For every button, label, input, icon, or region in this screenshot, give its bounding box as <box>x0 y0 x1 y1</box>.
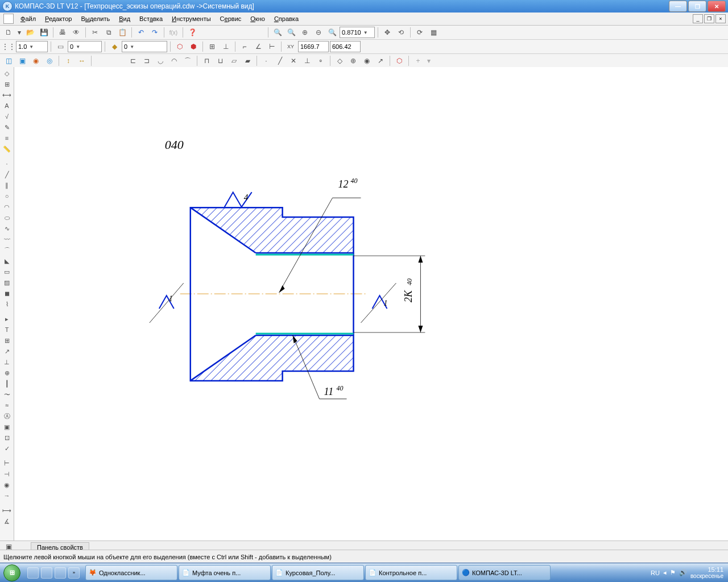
snap-7[interactable]: ⊕ <box>347 55 359 67</box>
tool-break[interactable]: ≈ <box>1 400 13 410</box>
snap-toggle-1[interactable]: ⬡ <box>173 40 186 53</box>
tool-tol[interactable]: ⊡ <box>1 433 13 443</box>
edit-btn-7[interactable]: ⊔ <box>214 55 226 67</box>
tool-fillet[interactable]: ⌒ <box>1 245 13 255</box>
palette-geometry[interactable]: ◇ <box>1 68 13 78</box>
menu-file[interactable]: Файл <box>16 14 40 23</box>
constr-btn-1[interactable]: ↕ <box>62 55 75 67</box>
view-btn-2[interactable]: ▣ <box>16 55 28 67</box>
tool-ellipse[interactable]: ⬭ <box>1 213 13 223</box>
redo-button[interactable]: ↷ <box>148 26 161 39</box>
menu-editor[interactable]: Редактор <box>40 14 76 23</box>
zoom-realtime-button[interactable]: 🔍 <box>326 26 338 39</box>
tool-wave[interactable]: 〜 <box>1 389 13 400</box>
zoom-fit-button[interactable]: 🔍 <box>271 26 284 39</box>
tool-circle[interactable]: ○ <box>1 191 13 201</box>
edit-btn-1[interactable]: ⊏ <box>127 55 139 67</box>
snap-2[interactable]: ╱ <box>274 55 286 67</box>
edit-btn-6[interactable]: ⊓ <box>200 55 213 67</box>
ql-icon-3[interactable] <box>55 567 66 579</box>
menu-service[interactable]: Сервис <box>216 14 246 23</box>
tool-spline[interactable]: ∿ <box>1 223 13 234</box>
snap-1[interactable]: · <box>260 55 272 67</box>
tool-chamfer[interactable]: ◣ <box>1 256 13 266</box>
edit-btn-2[interactable]: ⊐ <box>140 55 153 67</box>
ql-icon-1[interactable] <box>27 567 39 579</box>
tool-leader[interactable]: ↗ <box>1 346 13 356</box>
snap-9[interactable]: ↗ <box>374 55 387 67</box>
lang-indicator[interactable]: RU <box>651 569 660 576</box>
view-btn-3[interactable]: ◉ <box>30 55 42 67</box>
palette-dim[interactable]: ⟷ <box>1 90 13 100</box>
snap-plus-dd[interactable]: ▾ <box>425 55 432 67</box>
cut-button[interactable]: ✂ <box>89 26 101 39</box>
tool-datum[interactable]: ▣ <box>1 422 13 432</box>
tool-rect[interactable]: ▭ <box>1 267 13 277</box>
save-button[interactable]: 💾 <box>38 26 50 39</box>
tool-region[interactable]: ◼ <box>1 288 13 298</box>
layer-combo[interactable]: 0▼ <box>122 41 167 52</box>
tool-baseline[interactable]: ⊥ <box>1 357 13 367</box>
snap-toggle-2[interactable]: ⬢ <box>187 40 200 53</box>
task-4[interactable]: 📄Контрольное п... <box>365 565 457 580</box>
tool-section[interactable]: ⊢ <box>1 458 13 468</box>
palette-rough[interactable]: √ <box>1 111 13 122</box>
x-coord-input[interactable]: 1669.7 <box>298 41 329 52</box>
tool-dim-lin[interactable]: ⟼ <box>1 505 13 516</box>
document-icon[interactable] <box>3 14 14 24</box>
drawing-canvas[interactable]: 040 <box>14 67 728 541</box>
task-2[interactable]: 📄Муфта очень п... <box>179 565 271 580</box>
task-3[interactable]: 📄Курсовая_Полу... <box>272 565 364 580</box>
tool-more-1[interactable]: ▸ <box>1 314 13 324</box>
tool-arrow[interactable]: → <box>1 490 13 501</box>
tool-point[interactable]: · <box>1 159 13 169</box>
ql-icon-4[interactable]: » <box>68 567 80 579</box>
style-combo[interactable]: 0▼ <box>68 41 102 52</box>
palette-measure[interactable]: 📏 <box>1 144 13 154</box>
zoom-combo[interactable]: 0.8710▼ <box>340 27 375 38</box>
fx-button[interactable]: f(x) <box>167 26 180 39</box>
orbit-button[interactable]: ⟲ <box>395 26 407 39</box>
tool-center[interactable]: ⊕ <box>1 368 13 378</box>
tool-parallel[interactable]: ∥ <box>1 180 13 190</box>
tool-view[interactable]: ⊣ <box>1 469 13 479</box>
menu-tools[interactable]: Инструменты <box>167 14 216 23</box>
y-coord-input[interactable]: 606.42 <box>330 41 361 52</box>
copy-button[interactable]: ⧉ <box>102 26 115 39</box>
edit-btn-5[interactable]: ⌒ <box>181 55 194 67</box>
tool-hatch[interactable]: ▨ <box>1 277 13 288</box>
tool-bezier[interactable]: 〰 <box>1 234 13 244</box>
mdi-close-button[interactable]: × <box>715 14 726 23</box>
tool-detail[interactable]: ◉ <box>1 480 13 490</box>
step-combo[interactable]: 1.0▼ <box>16 41 48 52</box>
menu-window[interactable]: Окно <box>246 14 270 23</box>
edit-btn-3[interactable]: ◡ <box>154 55 167 67</box>
edit-btn-4[interactable]: ◠ <box>168 55 180 67</box>
snap-3[interactable]: ✕ <box>287 55 300 67</box>
palette-param[interactable]: ≡ <box>1 133 13 143</box>
views-button[interactable]: ▦ <box>427 26 440 39</box>
minimize-button[interactable]: — <box>669 1 687 12</box>
snap-magnet[interactable]: ⬡ <box>393 55 406 67</box>
snap-4[interactable]: ⊥ <box>301 55 313 67</box>
refresh-button[interactable]: ⟳ <box>413 26 426 39</box>
menu-help[interactable]: Справка <box>270 14 303 23</box>
preview-button[interactable]: 👁 <box>70 26 82 39</box>
grid-button[interactable]: ⊞ <box>206 40 218 53</box>
zoom-window-button[interactable]: 🔍 <box>285 26 297 39</box>
lcs-button[interactable]: ⌐ <box>238 40 251 53</box>
new-dropdown[interactable]: ▾ <box>16 26 23 39</box>
palette-edit[interactable]: ✎ <box>1 122 13 132</box>
clock[interactable]: 15:11 воскресенье <box>690 566 723 579</box>
edit-btn-8[interactable]: ▱ <box>228 55 240 67</box>
tool-table[interactable]: ⊞ <box>1 335 13 346</box>
print-button[interactable]: 🖶 <box>56 26 69 39</box>
tray-icon-3[interactable]: 🔊 <box>679 569 687 576</box>
tool-arc[interactable]: ◠ <box>1 202 13 212</box>
start-button[interactable]: ⊞ <box>0 563 24 582</box>
tool-dim-ang[interactable]: ∡ <box>1 516 13 526</box>
close-button[interactable]: ✕ <box>708 1 726 12</box>
zoom-out-button[interactable]: ⊖ <box>312 26 325 39</box>
menu-view[interactable]: Вид <box>114 14 135 23</box>
tool-constr[interactable]: ⌇ <box>1 299 13 309</box>
